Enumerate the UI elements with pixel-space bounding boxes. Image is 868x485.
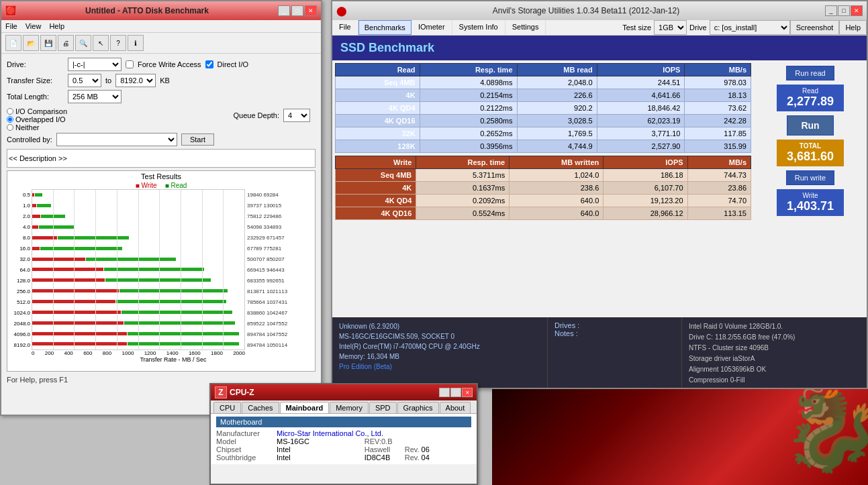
io-comparison-radio[interactable] [7, 108, 13, 115]
queue-depth-label: Queue Depth: [234, 111, 280, 119]
chart-row-label: 4.0 [10, 224, 30, 230]
print-button[interactable]: 🖨 [58, 35, 74, 51]
tab-memory[interactable]: Memory [330, 402, 369, 413]
run-read-button[interactable]: Run read [786, 66, 834, 80]
anvil-close-button[interactable]: ✕ [851, 5, 863, 16]
anvil-window: ⬤ Anvil's Storage Utilities 1.0.34 Beta1… [331, 0, 868, 389]
anvil-minimize-button[interactable]: _ [825, 5, 837, 16]
cpuz-buttons: _ □ ✕ [439, 388, 473, 397]
tab-graphics[interactable]: Graphics [397, 402, 439, 413]
anvil-titlebar: ⬤ Anvil's Storage Utilities 1.0.34 Beta1… [332, 1, 867, 20]
controlled-by-select[interactable] [56, 133, 177, 146]
motherboard-table: Manufacturer Micro-Star International Co… [216, 429, 471, 462]
preview-button[interactable]: 🔍 [75, 35, 91, 51]
drive-row: Drive: |-c-| Force Write Access Direct I… [7, 58, 316, 71]
cpuz-minimize[interactable]: _ [439, 388, 450, 397]
test-size-select[interactable]: 1GB [654, 20, 687, 35]
file-menu[interactable]: File [332, 20, 358, 35]
start-button[interactable]: Start [181, 133, 214, 146]
chart-row-label: 4096.0 [10, 331, 30, 337]
total-length-select[interactable]: 256 MB [68, 90, 122, 103]
drive-select[interactable]: |-c-| [68, 58, 122, 71]
table-row: Model MS-16GC REV:0.B [216, 437, 471, 445]
chart-row-label: 8192.0 [10, 342, 30, 348]
run-write-button[interactable]: Run write [786, 170, 834, 185]
transfer-size-select[interactable]: 0.5 [68, 74, 101, 87]
tab-mainboard[interactable]: Mainboard [280, 402, 330, 413]
tab-cpu[interactable]: CPU [213, 402, 241, 413]
new-button[interactable]: 📄 [5, 35, 21, 51]
rev2-label: Rev. [405, 445, 420, 453]
force-write-check[interactable] [126, 60, 134, 68]
direct-io-check[interactable] [205, 60, 213, 68]
atto-form: Drive: |-c-| Force Write Access Direct I… [1, 54, 321, 107]
tab-spd[interactable]: SPD [369, 402, 397, 413]
to-select[interactable]: 8192.0 [115, 74, 156, 87]
cpuz-close[interactable]: ✕ [462, 388, 473, 397]
benchmarks-menu[interactable]: Benchmarks [358, 20, 412, 35]
dragon-graphic: 🐉 [781, 389, 868, 477]
iometer-menu[interactable]: IOmeter [412, 20, 452, 35]
anvil-menubar: File Benchmarks IOmeter System Info Sett… [332, 20, 867, 36]
table-row: 4K QD4 0.2092ms 640.0 19,123.20 74.70 [336, 195, 751, 207]
controlled-by-label: Controlled by: [7, 136, 52, 144]
chart-row-label: 32.0 [10, 256, 30, 262]
to-label: to [105, 76, 111, 85]
file-menu[interactable]: File [5, 22, 17, 30]
benchmark-main: Read Resp. time MB read IOPS MB/s Seq 4M… [335, 63, 751, 220]
row-label: 128K [336, 140, 420, 153]
view-menu[interactable]: View [26, 22, 42, 30]
anvil-titlebar-buttons: _ □ ✕ [825, 5, 863, 16]
compression-info: Compression 0-Fill [689, 375, 860, 386]
maximize-button[interactable]: □ [291, 5, 303, 16]
atto-menubar: File View Help [1, 20, 321, 33]
minimize-button[interactable]: _ [278, 5, 290, 16]
save-button[interactable]: 💾 [40, 35, 56, 51]
cpuz-window: Z CPU-Z _ □ ✕ CPU Caches Mainboard Memor… [209, 383, 478, 485]
tab-caches[interactable]: Caches [242, 402, 279, 413]
chart-row-label: 16.0 [10, 246, 30, 252]
info-button[interactable]: ℹ [128, 35, 144, 51]
atto-title-buttons: _ □ ✕ [278, 5, 317, 16]
drive-label: Drive [687, 20, 710, 35]
sysinfo-menu[interactable]: System Info [452, 20, 505, 35]
force-write-label: Force Write Access [138, 60, 201, 68]
edition-info: Pro Edition (Beta) [339, 362, 540, 372]
overlapped-io-label: Overlapped I/O [15, 115, 66, 123]
help2-button[interactable]: ? [110, 35, 126, 51]
table-row: 4K QD16 0.5524ms 640.0 28,966.12 113.15 [336, 207, 751, 220]
help-menu[interactable]: Help [49, 22, 64, 30]
anvil-title: Anvil's Storage Utilities 1.0.34 Beta11 … [347, 6, 825, 15]
cpuz-maximize[interactable]: □ [450, 388, 461, 397]
transfer-size-label: Transfer Size: [7, 76, 64, 85]
chart-row-label: 8.0 [10, 235, 30, 241]
queue-depth-select[interactable]: 4 [283, 109, 310, 122]
neither-radio[interactable] [7, 124, 13, 131]
mb-read-header: MB read [517, 64, 597, 76]
open-button[interactable]: 📂 [23, 35, 39, 51]
os-info: Unknown (6.2.9200) [339, 321, 540, 331]
row-resp: 4.0898ms [420, 76, 517, 89]
chart-row-label: 128.0 [10, 278, 30, 284]
row-label: 4K QD16 [336, 115, 420, 127]
tab-about[interactable]: About [440, 402, 471, 413]
total-score-box: TOTAL 3,681.60 [777, 140, 844, 166]
rev2-value: 06 [422, 445, 430, 453]
overlapped-io-radio[interactable] [7, 116, 13, 123]
chart-row-label: 2.0 [10, 213, 30, 219]
drive-select[interactable]: c: [os_install] [710, 20, 790, 35]
close-button[interactable]: ✕ [305, 5, 317, 16]
help-button[interactable]: Help [839, 20, 867, 35]
settings-menu[interactable]: Settings [505, 20, 546, 35]
model-info: MS-16GC/E16GCIMS.509, SOCKET 0 [339, 331, 540, 341]
chart-row-label: 0.5 [10, 192, 30, 198]
id-label: ID8C4B [365, 453, 405, 462]
read-score-value: 2,277.89 [782, 95, 838, 109]
screenshot-button[interactable]: Screenshot [790, 20, 840, 35]
pointer-button[interactable]: ↖ [93, 35, 109, 51]
anvil-maximize-button[interactable]: □ [838, 5, 850, 16]
run-button[interactable]: Run [787, 115, 833, 136]
io-comparison-label: I/O Comparison [15, 107, 67, 115]
io-options: I/O Comparison Overlapped I/O Neither [7, 107, 67, 131]
rev3-value: 04 [422, 453, 430, 462]
